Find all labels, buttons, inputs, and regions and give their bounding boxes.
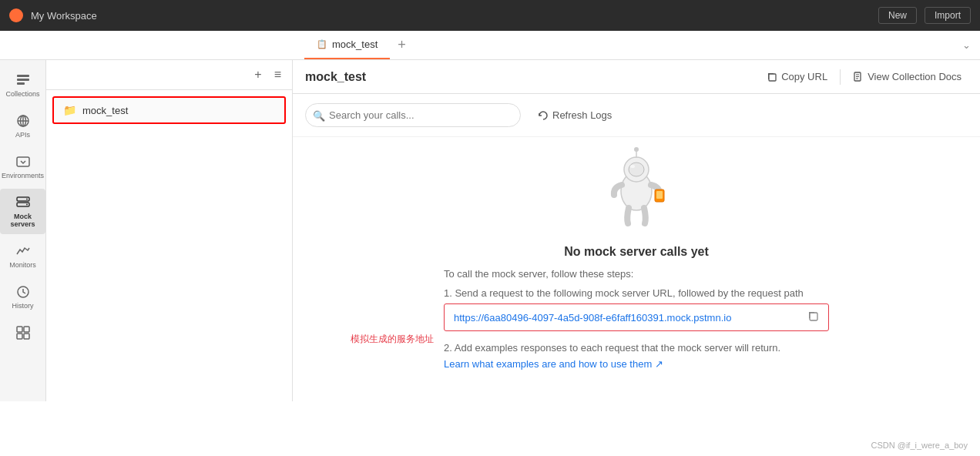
apis-label: APIs (15, 131, 30, 139)
copy-icon (767, 72, 777, 82)
empty-title: No mock server calls yet (564, 245, 709, 259)
search-input[interactable] (305, 103, 521, 127)
environments-label: Environments (2, 172, 44, 179)
monitors-icon (15, 243, 31, 259)
tab-bar: 📋 mock_test + ⌄ (0, 31, 980, 60)
tab-label: mock_test (332, 39, 378, 50)
monitors-label: Monitors (9, 261, 36, 269)
astronaut-illustration (594, 137, 679, 230)
new-button[interactable]: New (878, 7, 917, 24)
tab-mock-test[interactable]: 📋 mock_test (304, 31, 390, 59)
collection-item-name: mock_test (82, 105, 128, 116)
svg-point-10 (26, 199, 28, 200)
svg-point-11 (26, 204, 28, 206)
svg-rect-14 (24, 327, 29, 332)
sidebar-item-collections[interactable]: Collections (0, 66, 45, 104)
content-header: mock_test Copy URL (293, 60, 980, 94)
svg-point-28 (634, 147, 639, 152)
docs-icon (853, 72, 864, 82)
content-area: mock_test Copy URL (293, 60, 980, 401)
svg-rect-15 (17, 334, 22, 339)
svg-rect-26 (656, 191, 663, 199)
svg-point-24 (629, 163, 644, 176)
search-wrapper: 🔍 (305, 103, 521, 127)
collections-icon (15, 72, 31, 88)
history-icon (15, 284, 31, 300)
tab-icon: 📋 (317, 39, 327, 49)
annotation-label: 模拟生成的服务地址 (351, 333, 434, 346)
search-bar-area: 🔍 Refresh Logs (293, 94, 980, 137)
sidebar-icons: Collections APIs (0, 60, 46, 401)
mock-url-text: https://6aa80496-4097-4a5d-908f-e6faff16… (454, 312, 801, 324)
collection-panel: + ≡ 📁 mock_test (46, 60, 293, 401)
url-copy-icon[interactable] (807, 310, 819, 324)
collections-label: Collections (5, 90, 39, 98)
collection-folder-icon: 📁 (63, 104, 76, 116)
svg-rect-2 (17, 82, 25, 85)
filter-button[interactable]: ≡ (271, 66, 284, 83)
mock-servers-label: Mock servers (3, 213, 42, 228)
view-docs-button[interactable]: View Collection Docs (847, 68, 968, 86)
svg-point-29 (630, 165, 635, 168)
step1-desc: 1. Send a request to the following mock … (444, 287, 829, 299)
explore-icon (15, 325, 31, 340)
watermark: CSDN @if_i_were_a_boy (871, 441, 968, 450)
header-actions: Copy URL View Collection Docs (760, 68, 968, 86)
step2-desc: 2. Add examples responses to each reques… (444, 342, 829, 354)
empty-state: No mock server calls yet To call the moc… (293, 137, 980, 401)
svg-rect-0 (17, 75, 29, 77)
collection-panel-header: + ≡ (46, 60, 292, 90)
workspace-label: My Workspace (31, 10, 871, 22)
svg-rect-1 (17, 79, 29, 81)
svg-rect-7 (17, 157, 29, 166)
url-box: https://6aa80496-4097-4a5d-908f-e6faff16… (444, 303, 829, 331)
refresh-logs-button[interactable]: Refresh Logs (530, 105, 619, 126)
copy-url-button[interactable]: Copy URL (760, 68, 834, 86)
postman-logo (9, 8, 23, 22)
separator (840, 69, 841, 85)
refresh-icon (538, 110, 549, 121)
apis-icon (15, 113, 31, 129)
sidebar-item-monitors[interactable]: Monitors (0, 237, 45, 275)
sidebar-item-environments[interactable]: Environments (0, 148, 45, 186)
import-button[interactable]: Import (925, 7, 971, 24)
search-icon: 🔍 (313, 109, 325, 121)
svg-rect-13 (17, 327, 22, 332)
learn-link[interactable]: Learn what examples are and how to use t… (444, 358, 663, 370)
add-collection-button[interactable]: + (251, 66, 264, 83)
sidebar-item-explore[interactable] (0, 319, 45, 349)
tab-add-button[interactable]: + (390, 31, 414, 59)
collection-item-mock-test[interactable]: 📁 mock_test (52, 96, 286, 124)
content-title: mock_test (305, 70, 760, 84)
sidebar-item-apis[interactable]: APIs (0, 107, 45, 145)
top-bar: My Workspace New Import (0, 0, 980, 31)
tab-dropdown[interactable]: ⌄ (956, 31, 977, 59)
main-layout: Collections APIs (0, 60, 980, 401)
step-intro: To call the mock server, follow these st… (444, 268, 829, 280)
sidebar-item-mock-servers[interactable]: Mock servers (0, 189, 45, 234)
environments-icon (15, 154, 31, 169)
mock-servers-icon (15, 195, 31, 210)
svg-rect-30 (810, 313, 817, 320)
history-label: History (12, 302, 33, 310)
svg-rect-16 (24, 334, 29, 339)
svg-rect-17 (769, 74, 776, 81)
sidebar-item-history[interactable]: History (0, 278, 45, 316)
